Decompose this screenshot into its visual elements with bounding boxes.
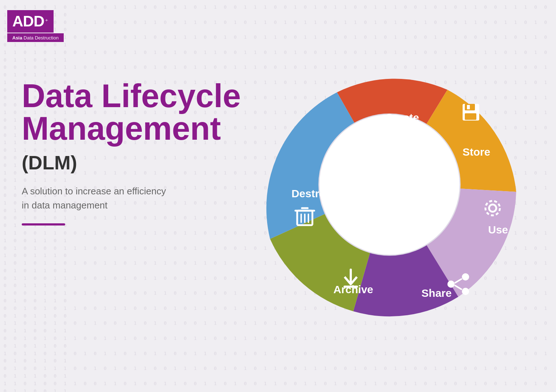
use-label: Use <box>488 224 508 236</box>
create-label: Create <box>385 111 419 123</box>
svg-point-10 <box>462 273 469 281</box>
share-label: Share <box>421 287 451 299</box>
destroy-label: Destroy <box>291 187 332 199</box>
archive-label: Archive <box>333 283 373 295</box>
lifecycle-diagram: Create Store Use Share <box>241 36 538 333</box>
store-label: Store <box>463 146 490 158</box>
accent-line <box>22 223 65 225</box>
logo-box: ADD ⁺ <box>7 10 54 33</box>
main-subtitle: (DLM) <box>22 152 241 173</box>
store-icon <box>463 104 479 121</box>
logo-add-text: ADD <box>12 14 44 29</box>
main-title: Data Lifecycle Management <box>22 80 241 145</box>
svg-point-11 <box>447 281 455 288</box>
svg-point-12 <box>462 288 469 295</box>
logo-area: ADD ⁺ Asia Data Destruction <box>7 10 64 42</box>
diagram-area: Create Store Use Share <box>241 36 538 333</box>
svg-rect-7 <box>467 105 470 109</box>
logo-circuit-symbol: ⁺ <box>45 17 49 25</box>
main-content: Data Lifecycle Management (DLM) A soluti… <box>22 80 241 225</box>
main-description: A solution to increase an efficiency in … <box>22 184 221 212</box>
logo-subtitle: Asia Data Destruction <box>12 35 59 41</box>
svg-rect-6 <box>465 113 476 120</box>
